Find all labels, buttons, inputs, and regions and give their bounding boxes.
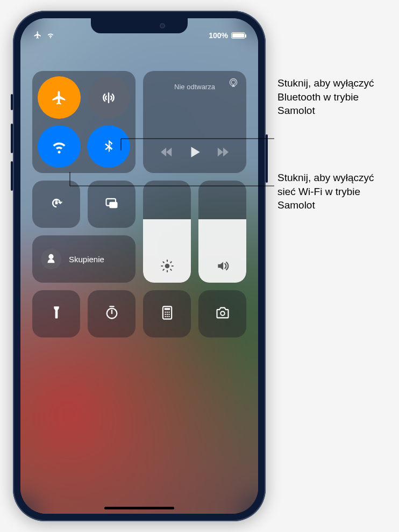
screen-mirroring-button[interactable] — [88, 181, 136, 228]
bluetooth-icon — [101, 139, 117, 155]
brightness-icon — [160, 259, 174, 275]
svg-rect-4 — [109, 202, 117, 209]
airplane-mode-toggle[interactable] — [38, 76, 81, 119]
home-indicator[interactable] — [104, 507, 174, 509]
orientation-lock-toggle[interactable] — [32, 181, 80, 228]
focus-label: Skupienie — [69, 255, 104, 264]
svg-point-19 — [165, 312, 166, 313]
volume-slider[interactable] — [198, 181, 246, 283]
svg-line-12 — [163, 269, 164, 270]
svg-point-27 — [168, 316, 169, 317]
status-battery-icon — [231, 32, 245, 39]
svg-point-22 — [165, 314, 166, 315]
play-button[interactable] — [188, 145, 202, 161]
status-wifi-icon — [46, 31, 55, 41]
flashlight-button[interactable] — [32, 290, 80, 337]
screen-mirroring-icon — [104, 196, 119, 213]
timer-button[interactable] — [88, 290, 136, 337]
camera-button[interactable] — [198, 290, 246, 337]
phone-frame: 100% — [13, 11, 266, 521]
airplane-icon — [51, 90, 67, 106]
cellular-data-toggle[interactable] — [87, 76, 130, 119]
volume-icon — [216, 259, 230, 275]
focus-icon — [41, 249, 61, 269]
focus-button[interactable]: Skupienie — [32, 235, 136, 283]
svg-point-26 — [166, 316, 167, 317]
camera-icon — [215, 305, 230, 322]
timer-icon — [104, 305, 119, 322]
now-playing-label: Nie odtwarza — [174, 83, 215, 91]
calculator-icon — [160, 305, 175, 322]
orientation-lock-icon — [49, 196, 64, 213]
next-track-button[interactable] — [217, 147, 229, 159]
previous-track-button[interactable] — [161, 147, 173, 159]
svg-point-21 — [168, 312, 169, 313]
bluetooth-toggle[interactable] — [87, 125, 130, 168]
svg-line-10 — [163, 262, 164, 263]
svg-point-28 — [220, 311, 224, 315]
volume-down-button — [11, 161, 13, 191]
svg-point-20 — [166, 312, 167, 313]
now-playing-tile[interactable]: Nie odtwarza — [143, 71, 246, 173]
wifi-icon — [51, 139, 67, 155]
brightness-slider[interactable] — [143, 181, 191, 283]
status-battery-pct: 100% — [209, 31, 228, 40]
callout-bluetooth: Stuknij, aby wyłączyć Bluetooth w trybie… — [277, 76, 390, 118]
flashlight-icon — [49, 305, 64, 322]
cellular-icon — [101, 90, 117, 106]
svg-point-24 — [168, 314, 169, 315]
side-button — [266, 134, 268, 183]
volume-up-button — [11, 124, 13, 153]
calculator-button[interactable] — [143, 290, 191, 337]
svg-point-23 — [166, 314, 167, 315]
notch — [91, 18, 188, 33]
svg-point-5 — [165, 264, 169, 269]
svg-rect-2 — [55, 202, 58, 205]
control-center: Nie odtwarza — [20, 44, 258, 337]
callout-wifi: Stuknij, aby wyłączyć sieć Wi-Fi w trybi… — [277, 171, 390, 212]
svg-line-13 — [170, 262, 172, 263]
svg-line-11 — [170, 269, 172, 270]
connectivity-group — [32, 71, 136, 173]
svg-point-1 — [231, 80, 236, 84]
wifi-toggle[interactable] — [38, 125, 81, 168]
status-airplane-icon — [33, 31, 42, 41]
svg-point-25 — [165, 316, 166, 317]
airplay-icon[interactable] — [228, 77, 239, 90]
svg-rect-18 — [164, 308, 170, 310]
mute-switch — [11, 94, 13, 110]
screen: 100% — [20, 18, 258, 514]
